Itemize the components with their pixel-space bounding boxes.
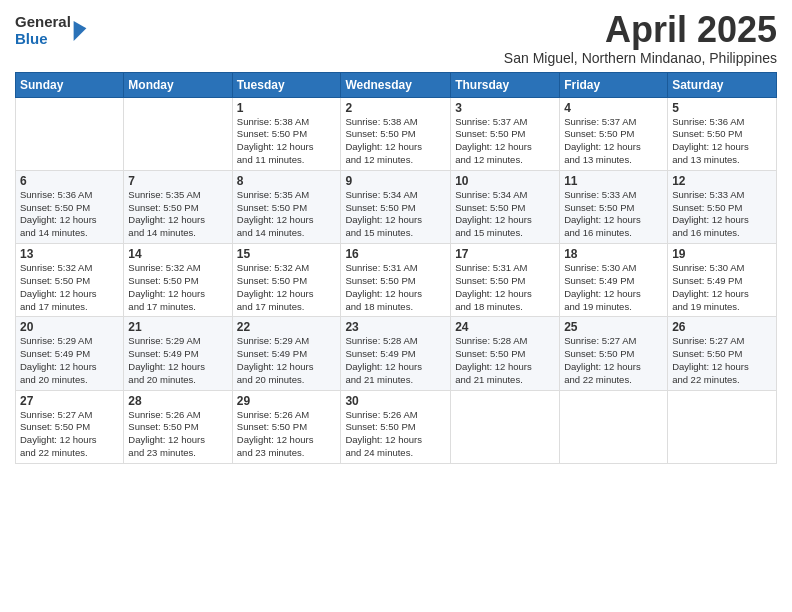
table-row: 13Sunrise: 5:32 AM Sunset: 5:50 PM Dayli… [16, 244, 124, 317]
title-block: April 2025 San Miguel, Northern Mindanao… [504, 10, 777, 66]
day-number: 5 [672, 101, 772, 115]
table-row [124, 97, 232, 170]
month-title: April 2025 [504, 10, 777, 50]
logo-blue: Blue [15, 31, 71, 48]
table-row: 1Sunrise: 5:38 AM Sunset: 5:50 PM Daylig… [232, 97, 341, 170]
day-info: Sunrise: 5:32 AM Sunset: 5:50 PM Dayligh… [237, 262, 337, 313]
day-number: 20 [20, 320, 119, 334]
table-row: 21Sunrise: 5:29 AM Sunset: 5:49 PM Dayli… [124, 317, 232, 390]
table-row: 27Sunrise: 5:27 AM Sunset: 5:50 PM Dayli… [16, 390, 124, 463]
table-row: 11Sunrise: 5:33 AM Sunset: 5:50 PM Dayli… [560, 170, 668, 243]
day-number: 4 [564, 101, 663, 115]
calendar-week-row: 1Sunrise: 5:38 AM Sunset: 5:50 PM Daylig… [16, 97, 777, 170]
table-row [451, 390, 560, 463]
day-info: Sunrise: 5:37 AM Sunset: 5:50 PM Dayligh… [564, 116, 663, 167]
day-number: 11 [564, 174, 663, 188]
day-number: 6 [20, 174, 119, 188]
day-number: 7 [128, 174, 227, 188]
page: General Blue April 2025 San Miguel, Nort… [0, 0, 792, 612]
day-info: Sunrise: 5:36 AM Sunset: 5:50 PM Dayligh… [672, 116, 772, 167]
table-row [668, 390, 777, 463]
table-row: 7Sunrise: 5:35 AM Sunset: 5:50 PM Daylig… [124, 170, 232, 243]
day-number: 13 [20, 247, 119, 261]
day-info: Sunrise: 5:29 AM Sunset: 5:49 PM Dayligh… [20, 335, 119, 386]
day-info: Sunrise: 5:32 AM Sunset: 5:50 PM Dayligh… [128, 262, 227, 313]
day-info: Sunrise: 5:31 AM Sunset: 5:50 PM Dayligh… [455, 262, 555, 313]
table-row: 10Sunrise: 5:34 AM Sunset: 5:50 PM Dayli… [451, 170, 560, 243]
day-info: Sunrise: 5:29 AM Sunset: 5:49 PM Dayligh… [128, 335, 227, 386]
table-row: 14Sunrise: 5:32 AM Sunset: 5:50 PM Dayli… [124, 244, 232, 317]
table-row: 17Sunrise: 5:31 AM Sunset: 5:50 PM Dayli… [451, 244, 560, 317]
table-row: 6Sunrise: 5:36 AM Sunset: 5:50 PM Daylig… [16, 170, 124, 243]
subtitle: San Miguel, Northern Mindanao, Philippin… [504, 50, 777, 66]
table-row: 12Sunrise: 5:33 AM Sunset: 5:50 PM Dayli… [668, 170, 777, 243]
table-row: 28Sunrise: 5:26 AM Sunset: 5:50 PM Dayli… [124, 390, 232, 463]
table-row [560, 390, 668, 463]
table-row: 25Sunrise: 5:27 AM Sunset: 5:50 PM Dayli… [560, 317, 668, 390]
day-info: Sunrise: 5:27 AM Sunset: 5:50 PM Dayligh… [20, 409, 119, 460]
day-info: Sunrise: 5:38 AM Sunset: 5:50 PM Dayligh… [345, 116, 446, 167]
header-wednesday: Wednesday [341, 72, 451, 97]
day-number: 3 [455, 101, 555, 115]
header-tuesday: Tuesday [232, 72, 341, 97]
day-info: Sunrise: 5:34 AM Sunset: 5:50 PM Dayligh… [345, 189, 446, 240]
day-number: 27 [20, 394, 119, 408]
calendar-week-row: 20Sunrise: 5:29 AM Sunset: 5:49 PM Dayli… [16, 317, 777, 390]
calendar-week-row: 6Sunrise: 5:36 AM Sunset: 5:50 PM Daylig… [16, 170, 777, 243]
day-number: 21 [128, 320, 227, 334]
header-thursday: Thursday [451, 72, 560, 97]
table-row: 22Sunrise: 5:29 AM Sunset: 5:49 PM Dayli… [232, 317, 341, 390]
day-number: 18 [564, 247, 663, 261]
calendar-week-row: 27Sunrise: 5:27 AM Sunset: 5:50 PM Dayli… [16, 390, 777, 463]
table-row: 3Sunrise: 5:37 AM Sunset: 5:50 PM Daylig… [451, 97, 560, 170]
day-number: 16 [345, 247, 446, 261]
day-number: 25 [564, 320, 663, 334]
svg-marker-0 [74, 21, 87, 41]
table-row: 2Sunrise: 5:38 AM Sunset: 5:50 PM Daylig… [341, 97, 451, 170]
day-number: 29 [237, 394, 337, 408]
day-info: Sunrise: 5:33 AM Sunset: 5:50 PM Dayligh… [672, 189, 772, 240]
day-number: 15 [237, 247, 337, 261]
day-number: 30 [345, 394, 446, 408]
day-info: Sunrise: 5:30 AM Sunset: 5:49 PM Dayligh… [564, 262, 663, 313]
day-info: Sunrise: 5:27 AM Sunset: 5:50 PM Dayligh… [564, 335, 663, 386]
table-row: 20Sunrise: 5:29 AM Sunset: 5:49 PM Dayli… [16, 317, 124, 390]
table-row: 9Sunrise: 5:34 AM Sunset: 5:50 PM Daylig… [341, 170, 451, 243]
day-number: 12 [672, 174, 772, 188]
day-number: 26 [672, 320, 772, 334]
header-friday: Friday [560, 72, 668, 97]
table-row [16, 97, 124, 170]
day-info: Sunrise: 5:26 AM Sunset: 5:50 PM Dayligh… [237, 409, 337, 460]
header-monday: Monday [124, 72, 232, 97]
day-info: Sunrise: 5:32 AM Sunset: 5:50 PM Dayligh… [20, 262, 119, 313]
table-row: 8Sunrise: 5:35 AM Sunset: 5:50 PM Daylig… [232, 170, 341, 243]
day-info: Sunrise: 5:38 AM Sunset: 5:50 PM Dayligh… [237, 116, 337, 167]
table-row: 30Sunrise: 5:26 AM Sunset: 5:50 PM Dayli… [341, 390, 451, 463]
day-number: 14 [128, 247, 227, 261]
table-row: 29Sunrise: 5:26 AM Sunset: 5:50 PM Dayli… [232, 390, 341, 463]
day-number: 8 [237, 174, 337, 188]
calendar-table: Sunday Monday Tuesday Wednesday Thursday… [15, 72, 777, 464]
day-info: Sunrise: 5:28 AM Sunset: 5:50 PM Dayligh… [455, 335, 555, 386]
day-info: Sunrise: 5:35 AM Sunset: 5:50 PM Dayligh… [128, 189, 227, 240]
header-sunday: Sunday [16, 72, 124, 97]
weekday-header-row: Sunday Monday Tuesday Wednesday Thursday… [16, 72, 777, 97]
day-info: Sunrise: 5:35 AM Sunset: 5:50 PM Dayligh… [237, 189, 337, 240]
day-info: Sunrise: 5:29 AM Sunset: 5:49 PM Dayligh… [237, 335, 337, 386]
table-row: 23Sunrise: 5:28 AM Sunset: 5:49 PM Dayli… [341, 317, 451, 390]
day-number: 23 [345, 320, 446, 334]
day-info: Sunrise: 5:28 AM Sunset: 5:49 PM Dayligh… [345, 335, 446, 386]
day-info: Sunrise: 5:30 AM Sunset: 5:49 PM Dayligh… [672, 262, 772, 313]
day-info: Sunrise: 5:31 AM Sunset: 5:50 PM Dayligh… [345, 262, 446, 313]
day-info: Sunrise: 5:26 AM Sunset: 5:50 PM Dayligh… [345, 409, 446, 460]
day-number: 1 [237, 101, 337, 115]
table-row: 24Sunrise: 5:28 AM Sunset: 5:50 PM Dayli… [451, 317, 560, 390]
day-number: 19 [672, 247, 772, 261]
day-number: 2 [345, 101, 446, 115]
logo: General Blue [15, 14, 87, 47]
header-saturday: Saturday [668, 72, 777, 97]
day-info: Sunrise: 5:36 AM Sunset: 5:50 PM Dayligh… [20, 189, 119, 240]
day-info: Sunrise: 5:33 AM Sunset: 5:50 PM Dayligh… [564, 189, 663, 240]
day-number: 24 [455, 320, 555, 334]
calendar-week-row: 13Sunrise: 5:32 AM Sunset: 5:50 PM Dayli… [16, 244, 777, 317]
